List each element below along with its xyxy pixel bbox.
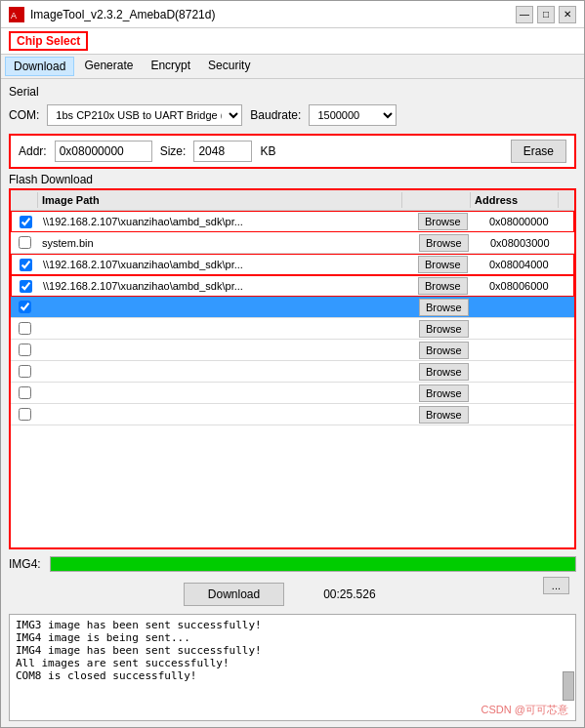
time-display: 00:25.526 [323, 587, 401, 601]
table-rows: \\192.168.2.107\xuanzihao\ambd_sdk\pr...… [11, 211, 574, 546]
window-title: ImageTool_v2.3.2_AmebaD(8721d) [30, 8, 516, 21]
browse-btn-2[interactable]: Browse [419, 234, 469, 252]
table-row: \\192.168.2.107\xuanzihao\ambd_sdk\pr...… [11, 211, 574, 232]
row-path-3: \\192.168.2.107\xuanzihao\ambd_sdk\pr... [39, 257, 417, 272]
flash-download-section: Flash Download Image Path Address \\192.… [9, 173, 576, 549]
size-input[interactable] [193, 141, 252, 162]
main-content: Serial COM: 1bs CP210x USB to UART Bridg… [1, 79, 584, 727]
row-checkbox-2[interactable] [11, 234, 38, 251]
table-row: Browse [11, 383, 574, 404]
menu-security[interactable]: Security [200, 57, 258, 76]
progress-bar-fill [51, 557, 575, 571]
row-path-9 [38, 391, 418, 395]
row-address-4: 0x08006000 [485, 278, 573, 294]
flash-table-container: Image Path Address \\192.168.2.107\xuanz… [9, 188, 576, 549]
log-line-2: IMG4 image is being sent... [16, 631, 569, 644]
browse-btn-4[interactable]: Browse [418, 277, 468, 295]
log-line-1: IMG3 image has been sent successfully! [16, 619, 569, 631]
row-path-10 [38, 413, 418, 417]
browse-btn-8[interactable]: Browse [419, 363, 469, 381]
header-browse [402, 192, 471, 208]
title-bar: A ImageTool_v2.3.2_AmebaD(8721d) — □ ✕ [1, 1, 584, 28]
size-label: Size: [160, 144, 187, 158]
row-checkbox-7[interactable] [11, 342, 38, 358]
log-line-3: IMG4 image has been sent successfully! [16, 644, 569, 657]
addr-input[interactable] [55, 141, 152, 162]
menu-generate[interactable]: Generate [76, 57, 141, 76]
table-row: Browse [11, 297, 574, 318]
chip-select-bar: Chip Select [1, 28, 584, 55]
row-browse-5: Browse [418, 298, 486, 317]
chip-select-label[interactable]: Chip Select [9, 31, 88, 51]
row-checkbox-4[interactable] [12, 278, 39, 295]
com-select[interactable]: 1bs CP210x USB to UART Bridge (COM8) [47, 104, 242, 126]
row-checkbox-9[interactable] [11, 384, 38, 401]
row-browse-3: Browse [417, 255, 485, 274]
browse-btn-5[interactable]: Browse [419, 299, 469, 316]
table-row: \\192.168.2.107\xuanzihao\ambd_sdk\pr...… [11, 254, 574, 275]
baudrate-select[interactable]: 1500000 9600 115200 3000000 [309, 104, 397, 126]
row-browse-2: Browse [418, 233, 486, 253]
download-row: ... Download 00:25.526 [9, 579, 576, 610]
table-row: Browse [11, 318, 574, 340]
header-check [11, 192, 38, 208]
addr-label: Addr: [19, 144, 47, 158]
row-browse-1: Browse [417, 212, 485, 231]
table-row: \\192.168.2.107\xuanzihao\ambd_sdk\pr...… [11, 275, 574, 297]
log-line-5: COM8 is closed successfully! [16, 669, 569, 682]
table-header: Image Path Address [11, 190, 574, 211]
browse-btn-1[interactable]: Browse [418, 213, 468, 230]
serial-section: Serial COM: 1bs CP210x USB to UART Bridg… [9, 85, 576, 130]
row-browse-7: Browse [418, 341, 486, 360]
row-checkbox-1[interactable] [12, 214, 39, 230]
download-button[interactable]: Download [184, 583, 284, 606]
row-path-5 [38, 305, 418, 309]
close-button[interactable]: ✕ [559, 6, 576, 23]
row-checkbox-10[interactable] [11, 406, 38, 423]
row-address-3: 0x08004000 [485, 257, 573, 272]
main-window: A ImageTool_v2.3.2_AmebaD(8721d) — □ ✕ C… [0, 0, 585, 728]
row-address-9 [486, 391, 574, 395]
progress-bar-container [50, 556, 576, 572]
com-label: COM: [9, 108, 39, 122]
row-browse-6: Browse [418, 319, 486, 339]
row-checkbox-8[interactable] [11, 363, 38, 380]
menu-encrypt[interactable]: Encrypt [143, 57, 198, 76]
row-address-2: 0x08003000 [486, 235, 574, 251]
maximize-button[interactable]: □ [537, 6, 555, 23]
log-line-4: All images are sent successfully! [16, 657, 569, 669]
browse-btn-9[interactable]: Browse [419, 384, 469, 402]
browse-btn-3[interactable]: Browse [418, 256, 468, 273]
browse-btn-6[interactable]: Browse [419, 320, 469, 338]
log-scrollbar-thumb[interactable] [563, 671, 574, 701]
more-btn-wrapper: ... [543, 577, 569, 594]
menu-bar: Download Generate Encrypt Security [1, 55, 584, 79]
app-logo: A [9, 7, 24, 22]
menu-download[interactable]: Download [5, 57, 74, 76]
row-checkbox-5[interactable] [11, 299, 38, 315]
row-path-4: \\192.168.2.107\xuanzihao\ambd_sdk\pr... [39, 278, 417, 294]
table-row: Browse [11, 340, 574, 361]
svg-text:A: A [11, 11, 17, 20]
table-row: Browse [11, 404, 574, 425]
browse-btn-7[interactable]: Browse [419, 342, 469, 359]
row-checkbox-6[interactable] [11, 320, 38, 337]
watermark: CSDN @可可芯意 [481, 703, 568, 717]
row-path-6 [38, 327, 418, 331]
flash-download-label: Flash Download [9, 173, 576, 186]
header-address: Address [471, 192, 559, 208]
minimize-button[interactable]: — [516, 6, 533, 23]
row-checkbox-3[interactable] [12, 257, 39, 273]
row-browse-4: Browse [417, 276, 485, 296]
row-browse-8: Browse [418, 362, 486, 382]
table-row: Browse [11, 361, 574, 383]
erase-button[interactable]: Erase [511, 140, 566, 163]
row-address-1: 0x08000000 [485, 214, 573, 229]
row-path-8 [38, 370, 418, 374]
row-browse-9: Browse [418, 384, 486, 403]
row-address-10 [486, 413, 574, 417]
row-path-1: \\192.168.2.107\xuanzihao\ambd_sdk\pr... [39, 214, 417, 229]
more-button[interactable]: ... [543, 577, 569, 594]
browse-btn-10[interactable]: Browse [419, 406, 469, 424]
row-address-8 [486, 370, 574, 374]
